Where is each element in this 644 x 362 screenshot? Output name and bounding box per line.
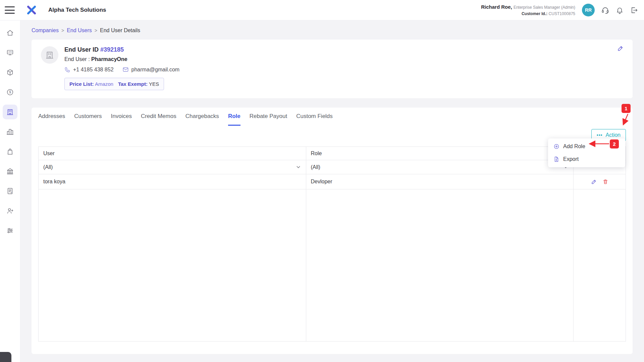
end-user-details: End User ID #392185 End User : PharmacyO… xyxy=(64,46,179,90)
breadcrumb-end-users[interactable]: End Users xyxy=(67,27,92,34)
user-filter-value: (All) xyxy=(43,164,53,170)
user-info: Richard Roe, Enterprise Sales Manager (A… xyxy=(481,3,575,17)
user-name: Richard Roe, xyxy=(481,4,512,10)
role-table: User Role (All) (All) tora koya Devloper xyxy=(38,146,626,342)
bottom-left-widget[interactable] xyxy=(0,352,11,362)
buildings-icon xyxy=(6,128,14,135)
column-header-role[interactable]: Role xyxy=(306,147,574,160)
sidebar-item-organization[interactable] xyxy=(3,124,17,139)
action-row: ••• Action xyxy=(32,126,633,141)
breadcrumb-separator: > xyxy=(61,28,64,33)
app-logo[interactable] xyxy=(21,4,42,16)
annotation-badge-1: 1 xyxy=(622,104,631,113)
sidebar: CRM $ xyxy=(0,20,20,362)
column-header-user[interactable]: User xyxy=(39,147,306,160)
role-filter-select[interactable]: (All) xyxy=(306,160,574,174)
svg-text:$: $ xyxy=(11,191,12,193)
topbar-right: Richard Roe, Enterprise Sales Manager (A… xyxy=(481,3,644,17)
row-actions-cell xyxy=(574,174,626,189)
logout-icon[interactable] xyxy=(630,6,638,14)
user-role: Enterprise Sales Manager (Admin) xyxy=(514,5,575,10)
support-headset-icon[interactable] xyxy=(601,6,609,14)
role-filter-value: (All) xyxy=(311,164,320,170)
sidebar-item-payments[interactable]: $ xyxy=(3,85,17,100)
customer-id-value: CUST1000875 xyxy=(549,11,575,16)
delete-role-button[interactable] xyxy=(602,179,608,185)
plus-circle-icon xyxy=(553,143,559,149)
row-user-cell: tora koya xyxy=(39,174,306,189)
edit-end-user-button[interactable] xyxy=(617,45,624,52)
customer-id-label: Customer Id.: xyxy=(522,11,547,16)
table-empty-area xyxy=(574,189,626,341)
price-list-value: Amazon xyxy=(95,81,113,87)
sidebar-item-add-user[interactable] xyxy=(3,203,17,218)
breadcrumb-companies[interactable]: Companies xyxy=(32,27,59,34)
user-filter-select[interactable]: (All) xyxy=(39,160,306,174)
tab-bar: Addresses Customers Invoices Credit Memo… xyxy=(32,108,633,126)
tab-role[interactable]: Role xyxy=(228,108,240,126)
email-item: pharma@gmail.com xyxy=(122,66,179,73)
sidebar-item-settings[interactable] xyxy=(3,223,17,238)
email-icon xyxy=(122,66,129,73)
sidebar-item-invoices[interactable]: $ xyxy=(3,184,17,198)
add-role-label: Add Role xyxy=(563,143,585,149)
end-user-name-label: End User : xyxy=(64,56,90,62)
breadcrumb-current: End User Details xyxy=(100,27,140,34)
action-button-label: Action xyxy=(606,132,621,138)
menu-item-export[interactable]: Export xyxy=(548,153,625,166)
tab-invoices[interactable]: Invoices xyxy=(111,108,132,126)
end-user-id-value[interactable]: #392185 xyxy=(100,46,124,53)
company-building-icon xyxy=(6,108,14,116)
sidebar-item-home[interactable] xyxy=(3,25,17,40)
email-value: pharma@gmail.com xyxy=(131,67,179,73)
tab-chargebacks[interactable]: Chargebacks xyxy=(185,108,219,126)
role-panel: Addresses Customers Invoices Credit Memo… xyxy=(32,108,633,354)
pencil-icon xyxy=(617,45,624,52)
tab-customers[interactable]: Customers xyxy=(74,108,102,126)
sidebar-item-companies[interactable] xyxy=(3,105,17,119)
table-empty-area xyxy=(306,189,574,341)
trash-icon xyxy=(602,179,608,185)
end-user-card: End User ID #392185 End User : PharmacyO… xyxy=(32,40,633,98)
tab-custom-fields[interactable]: Custom Fields xyxy=(296,108,333,126)
end-user-avatar xyxy=(41,46,58,64)
phone-value: +1 4185 438 852 xyxy=(73,67,114,73)
edit-role-button[interactable] xyxy=(591,179,597,185)
phone-item: +1 4185 438 852 xyxy=(64,67,114,73)
export-label: Export xyxy=(563,156,579,162)
sidebar-item-orders[interactable] xyxy=(3,144,17,159)
invoice-icon: $ xyxy=(6,187,14,195)
dollar-icon: $ xyxy=(6,88,14,96)
notifications-bell-icon[interactable] xyxy=(616,6,624,14)
table-empty-area xyxy=(39,189,306,341)
export-file-icon xyxy=(553,156,559,162)
breadcrumb: Companies > End Users > End User Details xyxy=(32,27,633,34)
sidebar-item-bank[interactable] xyxy=(3,164,17,179)
package-icon xyxy=(6,69,14,76)
bank-icon xyxy=(6,168,14,175)
tax-exempt-value: YES xyxy=(149,81,159,87)
logo-x-icon xyxy=(26,4,37,16)
svg-text:$: $ xyxy=(9,90,11,94)
breadcrumb-separator: > xyxy=(95,28,97,33)
bag-icon xyxy=(6,148,14,155)
end-user-name-value: PharmacyOne xyxy=(91,56,127,62)
chevron-down-icon xyxy=(296,164,301,170)
pencil-icon xyxy=(591,179,597,185)
sidebar-item-products[interactable] xyxy=(3,65,17,80)
hamburger-menu-icon[interactable] xyxy=(5,6,15,14)
sidebar-item-crm[interactable]: CRM xyxy=(3,45,17,60)
action-dots-icon: ••• xyxy=(597,133,603,137)
tab-credit-memos[interactable]: Credit Memos xyxy=(141,108,176,126)
crm-icon: CRM xyxy=(6,49,14,56)
tab-addresses[interactable]: Addresses xyxy=(38,108,65,126)
topbar: Alpha Tech Solutions Richard Roe, Enterp… xyxy=(0,0,644,20)
add-user-icon xyxy=(6,207,14,215)
avatar[interactable]: RR xyxy=(582,4,595,16)
tab-rebate-payout[interactable]: Rebate Payout xyxy=(250,108,287,126)
building-icon xyxy=(45,51,54,59)
settings-sliders-icon xyxy=(6,227,14,234)
tax-exempt-label: Tax Exempt: xyxy=(118,81,148,87)
end-user-id-label: End User ID xyxy=(64,46,99,53)
home-icon xyxy=(6,29,14,37)
